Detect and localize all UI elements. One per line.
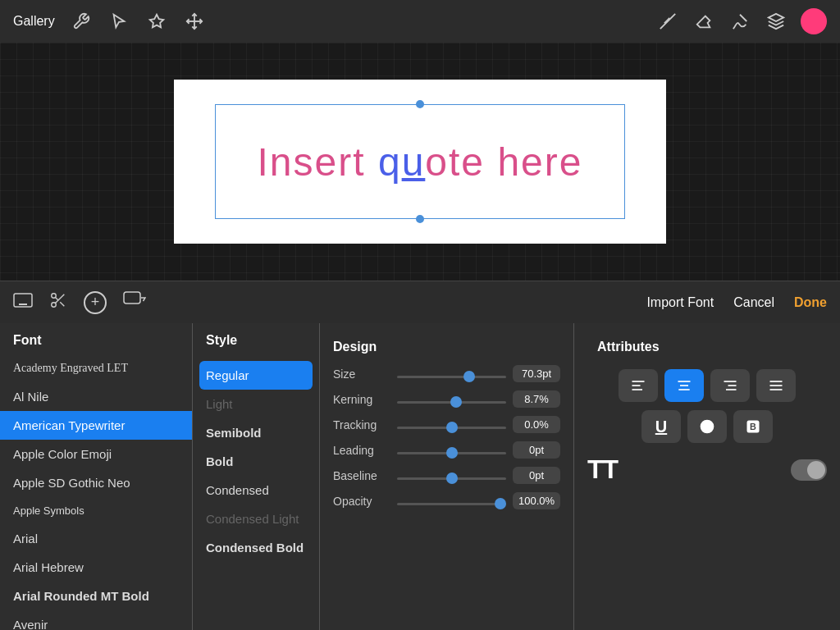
dropdown-icon[interactable] — [123, 291, 146, 313]
selection-handle-bottom[interactable] — [416, 215, 424, 223]
style-item-condensed-bold[interactable]: Condensed Bold — [193, 533, 319, 562]
cancel-button[interactable]: Cancel — [733, 295, 774, 310]
kerning-slider-container — [397, 392, 506, 407]
align-left-button[interactable] — [619, 369, 658, 402]
style-item-condensed[interactable]: Condensed — [193, 476, 319, 504]
toolbar-right — [656, 8, 827, 34]
toolbar-left: Gallery — [13, 10, 206, 33]
font-item-apple-sd-gothic[interactable]: Apple SD Gothic Neo — [0, 468, 192, 497]
style-item-light[interactable]: Light — [193, 390, 319, 418]
font-list: Academy Engraved LET Al Nile American Ty… — [0, 354, 192, 630]
leading-label: Leading — [333, 444, 390, 457]
layers-icon[interactable] — [765, 10, 788, 33]
font-item-arial-hebrew[interactable]: Arial Hebrew — [0, 553, 192, 582]
style-item-bold[interactable]: Bold — [193, 447, 319, 476]
opacity-slider[interactable] — [397, 503, 506, 505]
style-item-condensed-light[interactable]: Condensed Light — [193, 504, 319, 533]
svg-text:B: B — [750, 422, 756, 431]
bottom-toolbar: + Import Font Cancel Done — [0, 281, 840, 323]
tracking-slider-container — [397, 418, 506, 432]
opacity-slider-container — [397, 494, 506, 509]
font-item-apple-color-emoji[interactable]: Apple Color Emoji — [0, 440, 192, 468]
leading-value: 0pt — [513, 441, 560, 459]
svg-point-17 — [52, 303, 57, 308]
tracking-slider[interactable] — [397, 427, 506, 429]
font-item-arial-rounded[interactable]: Arial Rounded MT Bold — [0, 582, 192, 610]
baseline-label: Baseline — [333, 469, 390, 482]
add-icon[interactable]: + — [84, 291, 107, 314]
text-before: Insert — [258, 140, 378, 184]
font-item-arial[interactable]: Arial — [0, 524, 192, 553]
bottom-right-actions: Import Font Cancel Done — [646, 295, 827, 310]
design-panel-title: Design — [320, 330, 573, 361]
align-center-button[interactable] — [664, 369, 704, 402]
design-row-tracking: Tracking 0.0% — [320, 412, 573, 437]
font-panel: Font Academy Engraved LET Al Nile Americ… — [0, 323, 193, 630]
panels-container: Font Academy Engraved LET Al Nile Americ… — [0, 323, 840, 630]
svg-point-16 — [52, 294, 57, 299]
svg-line-2 — [660, 14, 675, 29]
gallery-button[interactable]: Gallery — [13, 14, 55, 29]
font-item-academy[interactable]: Academy Engraved LET — [0, 354, 192, 382]
text-highlight: qu — [378, 140, 425, 184]
underline-button[interactable]: U — [641, 410, 681, 443]
svg-line-20 — [55, 297, 58, 300]
text-after: ote here — [425, 140, 582, 184]
bold-square-button[interactable]: B — [733, 410, 773, 443]
opacity-value: 100.0% — [513, 492, 560, 509]
wrench-icon[interactable] — [70, 10, 93, 33]
transform-icon[interactable] — [183, 10, 206, 33]
font-item-apple-symbols[interactable]: Apple Symbols — [0, 497, 192, 524]
tt-toggle[interactable] — [791, 459, 827, 481]
font-item-american-typewriter[interactable]: American Typewriter — [0, 411, 192, 440]
brush-icon[interactable] — [728, 10, 751, 33]
design-row-leading: Leading 0pt — [320, 437, 573, 463]
circle-button[interactable] — [687, 410, 727, 443]
selection-icon[interactable] — [145, 10, 168, 33]
style-item-regular[interactable]: Regular — [199, 361, 313, 390]
align-justify-button[interactable] — [756, 369, 796, 402]
canvas-text[interactable]: Insert quote here — [258, 139, 583, 185]
top-toolbar: Gallery — [0, 0, 840, 43]
style-panel-title: Style — [193, 323, 319, 354]
kerning-slider[interactable] — [397, 401, 506, 404]
style-list: Regular Light Semibold Bold Condensed Co… — [193, 354, 319, 630]
cursor-icon[interactable] — [107, 10, 130, 33]
keyboard-icon[interactable] — [13, 293, 33, 312]
svg-line-19 — [60, 302, 64, 306]
svg-rect-21 — [124, 292, 140, 304]
alignment-row — [584, 369, 830, 402]
kerning-label: Kerning — [333, 393, 390, 406]
eraser-icon[interactable] — [692, 10, 715, 33]
font-item-alnile[interactable]: Al Nile — [0, 382, 192, 411]
attributes-panel: Attributes — [574, 323, 840, 630]
tracking-label: Tracking — [333, 418, 390, 431]
font-panel-title: Font — [0, 323, 192, 354]
size-slider-container — [397, 367, 506, 381]
canvas-area: Insert quote here — [0, 43, 840, 281]
tt-label: TT — [587, 454, 618, 485]
align-right-button[interactable] — [710, 369, 750, 402]
import-font-button[interactable]: Import Font — [646, 295, 714, 310]
leading-slider[interactable] — [397, 452, 506, 454]
size-slider[interactable] — [397, 376, 506, 378]
font-item-avenir[interactable]: Avenir — [0, 610, 192, 630]
design-row-size: Size 70.3pt — [320, 361, 573, 386]
tt-row: TT — [584, 451, 830, 488]
design-panel: Design Size 70.3pt Kerning 8.7% Tracking… — [320, 323, 574, 630]
scissors-icon[interactable] — [49, 291, 67, 313]
design-row-kerning: Kerning 8.7% — [320, 386, 573, 412]
canvas-frame[interactable]: Insert quote here — [174, 80, 666, 244]
underline-icon: U — [655, 418, 667, 436]
style-panel: Style Regular Light Semibold Bold Conden… — [193, 323, 320, 630]
selection-handle-top[interactable] — [416, 100, 424, 108]
baseline-slider-container — [397, 468, 506, 483]
design-row-baseline: Baseline 0pt — [320, 463, 573, 488]
pen-tool-icon[interactable] — [656, 10, 679, 33]
color-picker[interactable] — [801, 8, 827, 34]
done-button[interactable]: Done — [794, 295, 827, 310]
size-label: Size — [333, 368, 390, 381]
tracking-value: 0.0% — [513, 416, 560, 433]
style-item-semibold[interactable]: Semibold — [193, 418, 319, 447]
baseline-slider[interactable] — [397, 477, 506, 480]
